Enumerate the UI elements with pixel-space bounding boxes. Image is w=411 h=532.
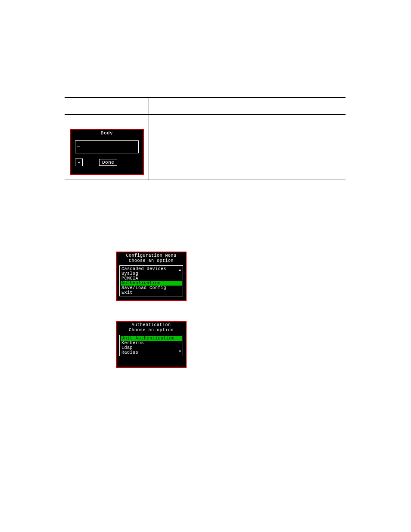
list-item[interactable]: Kerberos bbox=[121, 341, 182, 345]
column-divider bbox=[149, 98, 149, 180]
authentication-dialog: Authentication Choose an option Unit Aut… bbox=[116, 321, 187, 368]
rule-top-1 bbox=[65, 97, 346, 98]
authentication-title-line2: Choose an option bbox=[117, 328, 186, 333]
list-item[interactable]: Ldap bbox=[121, 345, 182, 350]
body-dialog: Body _ ◂ Done bbox=[70, 129, 144, 175]
authentication-title: Authentication Choose an option bbox=[117, 322, 186, 333]
list-item-selected[interactable]: Authentication bbox=[121, 281, 182, 286]
back-icon: ◂ bbox=[78, 160, 81, 165]
configuration-menu-list: ▲ Cascaded devices Syslog PCMCIA Authent… bbox=[119, 265, 183, 296]
back-button[interactable]: ◂ bbox=[75, 159, 83, 166]
body-input-value: _ bbox=[77, 143, 80, 148]
rule-bottom bbox=[65, 180, 346, 180]
list-item[interactable]: PCMCIA bbox=[121, 276, 182, 281]
list-item[interactable]: Syslog bbox=[121, 271, 182, 276]
list-item[interactable]: Cascaded devices bbox=[121, 267, 182, 271]
body-dialog-title: Body bbox=[71, 130, 143, 136]
list-item-selected[interactable]: Unit Authentication bbox=[121, 336, 182, 341]
configuration-menu-title-line2: Choose an option bbox=[117, 258, 186, 264]
done-button[interactable]: Done bbox=[99, 159, 117, 166]
list-item[interactable]: Exit bbox=[121, 290, 182, 295]
configuration-menu-dialog: Configuration Menu Choose an option ▲ Ca… bbox=[116, 252, 187, 301]
body-input[interactable]: _ bbox=[75, 140, 139, 153]
scroll-down-icon[interactable]: ▼ bbox=[178, 350, 182, 353]
configuration-menu-title-line1: Configuration Menu bbox=[117, 253, 186, 258]
list-item[interactable]: Save/Load Config bbox=[121, 286, 182, 290]
rule-top-2 bbox=[65, 114, 346, 115]
list-item[interactable]: Radius bbox=[121, 350, 182, 355]
authentication-title-line1: Authentication bbox=[117, 323, 186, 328]
done-button-label: Done bbox=[102, 160, 114, 165]
scroll-up-icon[interactable]: ▲ bbox=[178, 268, 182, 272]
authentication-list: Unit Authentication Kerberos Ldap Radius… bbox=[119, 335, 183, 356]
configuration-menu-title: Configuration Menu Choose an option bbox=[117, 252, 186, 264]
